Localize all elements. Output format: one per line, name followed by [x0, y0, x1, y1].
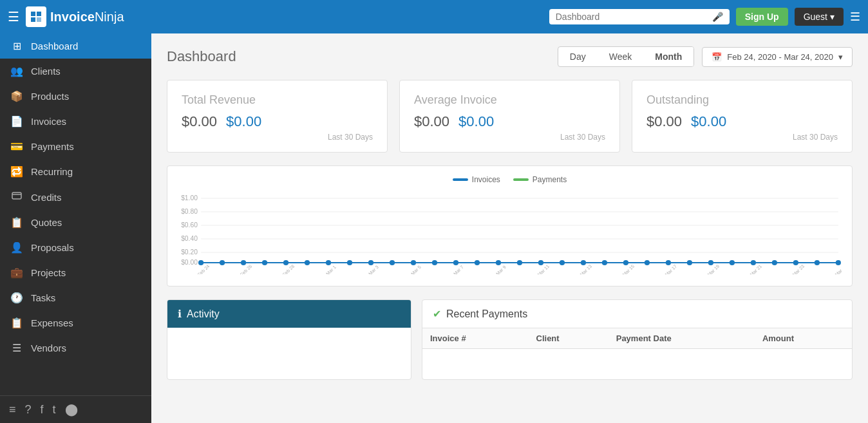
col-payment-date: Payment Date	[609, 328, 755, 349]
svg-text:Mar 21: Mar 21	[749, 264, 763, 274]
svg-point-38	[623, 260, 628, 265]
sidebar-item-tasks[interactable]: 🕐 Tasks	[0, 285, 151, 310]
svg-text:Mar 1: Mar 1	[325, 265, 337, 274]
sidebar-footer: ≡ ? f t ⬤	[0, 395, 151, 423]
stat-values: $0.00 $0.00	[646, 113, 838, 130]
twitter-icon[interactable]: t	[53, 403, 56, 417]
sidebar-item-dashboard[interactable]: ⊞ Dashboard	[0, 33, 151, 59]
tab-month[interactable]: Month	[643, 47, 693, 66]
svg-point-19	[220, 260, 225, 265]
svg-text:Mar 24: Mar 24	[834, 264, 842, 274]
search-input[interactable]	[556, 12, 708, 22]
sidebar-item-label: Recurring	[31, 166, 73, 177]
info-icon: ℹ	[178, 308, 182, 320]
vendors-icon: ☰	[10, 342, 23, 354]
recurring-icon: 🔁	[10, 165, 23, 178]
activity-title: Activity	[187, 308, 220, 320]
projects-icon: 💼	[10, 267, 23, 279]
sidebar-item-recurring[interactable]: 🔁 Recurring	[0, 159, 151, 184]
clients-icon: 👥	[10, 65, 23, 77]
chart-container: Invoices Payments $1.00 $0.80 $0.60 $0.4…	[167, 165, 853, 287]
sidebar-item-quotes[interactable]: 📋 Quotes	[0, 210, 151, 235]
svg-point-39	[645, 260, 650, 265]
svg-text:$1.00: $1.00	[181, 194, 198, 202]
stat-cards: Total Revenue $0.00 $0.00 Last 30 Days A…	[167, 80, 853, 153]
list-icon[interactable]: ≡	[9, 403, 16, 417]
sidebar-item-label: Proposals	[31, 242, 74, 253]
sidebar-item-expenses[interactable]: 📋 Expenses	[0, 310, 151, 335]
svg-point-26	[368, 260, 373, 265]
svg-text:$0.40: $0.40	[181, 235, 198, 242]
dashboard-header: Dashboard Day Week Month 📅 Feb 24, 2020 …	[167, 46, 853, 67]
recent-payments-header: ✔ Recent Payments	[422, 300, 852, 328]
stat-value-comparison: $0.00	[226, 113, 261, 130]
stat-value-current: $0.00	[182, 113, 217, 130]
search-bar: 🎤	[549, 9, 730, 24]
svg-text:$0.60: $0.60	[181, 221, 198, 229]
sidebar-item-label: Products	[31, 91, 69, 102]
facebook-icon[interactable]: f	[41, 403, 44, 417]
svg-point-37	[602, 260, 607, 265]
main-content: Dashboard Day Week Month 📅 Feb 24, 2020 …	[151, 33, 868, 423]
svg-text:Mar 13: Mar 13	[580, 264, 594, 274]
proposals-icon: 👤	[10, 241, 23, 254]
products-icon: 📦	[10, 90, 23, 102]
hamburger-menu-icon[interactable]: ☰	[8, 9, 19, 24]
options-icon[interactable]: ☰	[850, 10, 860, 24]
legend-invoices: Invoices	[453, 175, 500, 184]
stat-values: $0.00 $0.00	[182, 113, 373, 130]
table-header-row: Invoice # Client Payment Date Amount	[422, 328, 852, 349]
legend-invoices-label: Invoices	[472, 175, 500, 184]
svg-text:Mar 7: Mar 7	[453, 265, 465, 274]
svg-point-24	[326, 260, 331, 265]
svg-text:Feb 26: Feb 26	[240, 264, 254, 274]
check-circle-icon: ✔	[433, 308, 441, 320]
svg-text:$0.80: $0.80	[181, 208, 198, 215]
sidebar-item-payments[interactable]: 💳 Payments	[0, 134, 151, 159]
tab-week[interactable]: Week	[598, 47, 644, 66]
svg-text:Mar 17: Mar 17	[665, 264, 679, 274]
sidebar-item-invoices[interactable]: 📄 Invoices	[0, 109, 151, 134]
svg-point-21	[262, 260, 267, 265]
signup-button[interactable]: Sign Up	[736, 8, 788, 26]
col-amount: Amount	[755, 328, 852, 349]
date-range-picker[interactable]: 📅 Feb 24, 2020 - Mar 24, 2020 ▾	[702, 47, 853, 67]
svg-point-23	[305, 260, 310, 265]
tab-day[interactable]: Day	[558, 47, 598, 66]
svg-rect-4	[12, 193, 21, 199]
period-tabs: Day Week Month	[558, 46, 694, 67]
sidebar-item-label: Invoices	[31, 116, 66, 127]
logo: InvoiceNinja	[26, 6, 124, 27]
sidebar-item-products[interactable]: 📦 Products	[0, 84, 151, 109]
svg-point-45	[772, 260, 777, 265]
payments-icon: 💳	[10, 140, 23, 153]
svg-rect-1	[37, 12, 41, 16]
sidebar-item-vendors[interactable]: ☰ Vendors	[0, 335, 151, 361]
guest-button[interactable]: Guest ▾	[795, 8, 844, 26]
sidebar-item-proposals[interactable]: 👤 Proposals	[0, 235, 151, 260]
svg-point-35	[560, 260, 565, 265]
credits-icon	[10, 191, 23, 203]
svg-point-18	[198, 260, 203, 265]
svg-point-42	[708, 260, 713, 265]
github-icon[interactable]: ⬤	[65, 402, 78, 417]
col-client: Client	[529, 328, 609, 349]
svg-point-34	[538, 260, 543, 265]
help-icon[interactable]: ?	[25, 403, 32, 417]
stat-values: $0.00 $0.00	[414, 113, 605, 130]
svg-text:Mar 15: Mar 15	[622, 264, 636, 274]
stat-value-comparison: $0.00	[458, 113, 494, 130]
stat-title: Total Revenue	[182, 93, 373, 107]
sidebar-item-projects[interactable]: 💼 Projects	[0, 260, 151, 285]
stat-card-average-invoice: Average Invoice $0.00 $0.00 Last 30 Days	[399, 80, 620, 153]
sidebar-item-label: Projects	[31, 267, 66, 278]
revenue-chart: $1.00 $0.80 $0.60 $0.40 $0.20 $0.00	[178, 191, 842, 274]
svg-point-30	[453, 260, 458, 265]
svg-point-46	[793, 260, 798, 265]
microphone-icon[interactable]: 🎤	[712, 12, 723, 22]
svg-text:Feb 24: Feb 24	[197, 264, 211, 274]
sidebar-item-label: Payments	[31, 141, 74, 152]
sidebar-item-credits[interactable]: Credits	[0, 184, 151, 210]
svg-text:Mar 11: Mar 11	[537, 264, 551, 274]
sidebar-item-clients[interactable]: 👥 Clients	[0, 59, 151, 84]
